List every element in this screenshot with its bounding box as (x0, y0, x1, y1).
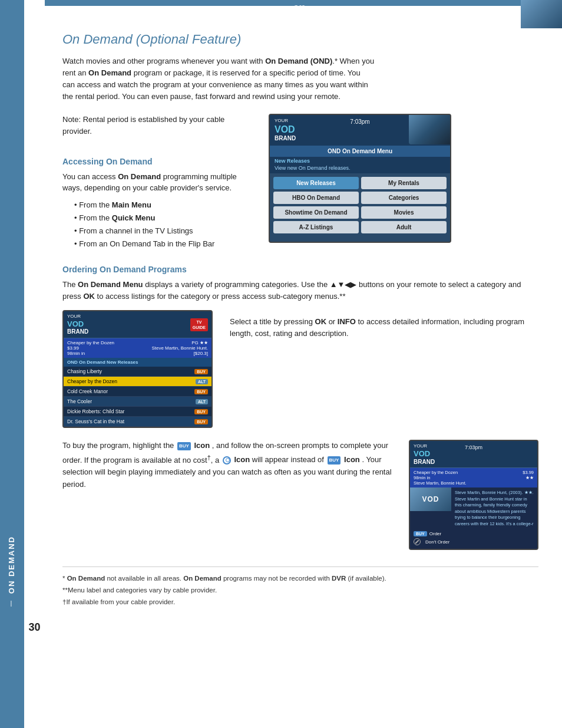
vod-brand-word: BRAND (275, 135, 296, 142)
vod2-listing-drseuss: Dr. Seuss's Cat in the Hat BUY (64, 417, 211, 427)
buy-order-paragraph: To buy the program, highlight the BUY Ic… (62, 440, 395, 491)
vod2-big: VOD (67, 319, 84, 328)
access-item-bold-1: Main Menu (112, 200, 151, 209)
vod-screenshot-2: YOUR VOD BRAND 7:03pm TVGUIDE Cheaper by… (62, 310, 213, 428)
vod2-price2: [$20.3] (151, 351, 208, 356)
page-number-area: 30 (22, 0, 45, 728)
vod3-thumb-row: VOD Steve Martin, Bonnie Hunt, (2003). ★… (410, 487, 537, 529)
sidebar-divider: | (11, 599, 12, 607)
access-bold: On Demand (118, 172, 161, 181)
vod2-listing-cooler: The Cooler ALT (64, 397, 211, 407)
ordering-t1: The (62, 280, 78, 289)
vod2-tv-guide: TVGUIDE (190, 318, 208, 331)
vod2-item-badge-6: BUY (194, 419, 208, 424)
vod-btn-adult[interactable]: Adult (361, 221, 447, 233)
vod3-info-left: Cheaper by the Dozen 98min in Steve Mart… (414, 470, 467, 486)
access-t1: You can access (62, 172, 118, 181)
accessing-left: Note: Rental period is established by yo… (62, 114, 251, 251)
accessing-text: You can access On Demand programming mul… (62, 171, 251, 194)
vod2-header: YOUR VOD BRAND 7:03pm TVGUIDE (64, 311, 211, 338)
vod2-listing-cold: Cold Creek Manor BUY (64, 387, 211, 397)
access-list: From the Main Menu From the Quick Menu F… (62, 199, 251, 251)
vod-btn-categories[interactable]: Categories (361, 192, 447, 204)
footnote-line-1: * On Demand not available in all areas. … (62, 573, 538, 585)
vod2-movie-title: Cheaper by the Dozen (67, 340, 114, 345)
vod-btn-my-rentals[interactable]: My Rentals (361, 177, 447, 189)
ordering-row: YOUR VOD BRAND 7:03pm TVGUIDE Cheaper by… (62, 310, 538, 428)
select-text-2: or (326, 317, 338, 326)
buy-order-text: To buy the program, highlight the BUY Ic… (62, 440, 395, 491)
ordering-text: The On Demand Menu displays a variety of… (62, 279, 538, 302)
vod3-cast: Steve Martin, Bonnie Hunt. (414, 480, 467, 486)
vod2-info-bar: Cheaper by the Dozen $3.99 98min in PG ★… (64, 338, 211, 358)
vod2-info-title: Cheaper by the Dozen $3.99 98min in (67, 340, 114, 356)
buy-icon-inline-2: BUY (328, 456, 341, 465)
vod3-your: YOUR (414, 443, 435, 449)
vod-menu-desc: View new On Demand releases. (270, 165, 450, 173)
page-title: On Demand (Optional Feature) (62, 32, 538, 47)
sidebar-label: ON DEMAND (7, 536, 16, 594)
vod2-category-bar: OND On Demand New Releases (64, 358, 211, 367)
vod2-item-name-2: Cheaper by the Dozen (67, 378, 117, 384)
vod-listings-screenshot: YOUR VOD BRAND 7:03pm TVGUIDE Cheaper by… (62, 310, 216, 428)
vod-btn-az[interactable]: A-Z Listings (273, 221, 359, 233)
vod2-item-name-3: Cold Creek Manor (67, 388, 108, 394)
vod-big: VOD (275, 124, 295, 134)
main-content: On Demand (Optional Feature) Watch movie… (45, 0, 562, 728)
vod2-brand: YOUR VOD BRAND (67, 314, 88, 335)
vod-btn-showtime[interactable]: Showtime On Demand (273, 206, 359, 219)
vod3-info-bar: Cheaper by the Dozen 98min in Steve Mart… (410, 468, 537, 487)
buy-t1: To buy the program, highlight the (62, 441, 176, 450)
vod2-item-badge-5: BUY (194, 409, 208, 414)
vod-time-1: 7:03pm (350, 118, 369, 125)
access-item-text-2: From the (79, 213, 112, 222)
intro-bold-1: On Demand (OND) (265, 57, 332, 65)
vod3-thumbnail: VOD (410, 487, 451, 511)
vod2-info-right: PG ★★ Steve Martin, Bonnie Hunt. [$20.3] (151, 340, 208, 356)
vod3-rating: ★★ (523, 475, 534, 480)
access-item-bold-2: Quick Menu (112, 213, 156, 222)
buy-order-row: To buy the program, highlight the BUY Ic… (62, 440, 538, 550)
select-bold-2: INFO (338, 317, 356, 326)
vod3-header: YOUR VOD BRAND 7:03pm (410, 441, 537, 468)
vod2-your: YOUR (67, 314, 88, 319)
vod2-item-name-5: Dickie Roberts: Child Star (67, 409, 124, 414)
vod2-item-badge-2: ALT (196, 379, 208, 384)
vod-btn-hbo[interactable]: HBO On Demand (273, 192, 359, 204)
access-list-item-4: From an On Demand Tab in the Flip Bar (74, 238, 251, 251)
ordering-section: Ordering On Demand Programs The On Deman… (62, 265, 538, 428)
vod3-price: $3.99 (523, 470, 534, 475)
vod3-desc: Steve Martin, Bonnie Hunt, (2003). ★★. S… (451, 487, 537, 529)
fn-t2: programs may not be recorded with (222, 575, 332, 582)
intro-paragraph: Watch movies and other programs whenever… (62, 55, 375, 103)
ordering-heading: Ordering On Demand Programs (62, 265, 538, 274)
intro-text-1: Watch movies and other programs whenever… (62, 57, 265, 65)
vod2-movie-duration: 98min in (67, 351, 114, 356)
vod-buttons-grid: New Releases My Rentals HBO On Demand Ca… (270, 173, 450, 237)
buy-bold-icon3: Icon (344, 456, 360, 465)
fn-bold-1: On Demand (67, 575, 105, 582)
vod-your: YOUR (275, 118, 296, 124)
vod-header-1: YOUR VOD BRAND 7:03pm TVGUIDE (270, 115, 450, 146)
access-list-item-3: From a channel in the TV Listings (74, 225, 251, 238)
vod3-brand-word: BRAND (414, 459, 435, 466)
footnote-line-3: †If available from your cable provider. (62, 597, 538, 608)
vod2-item-name-4: The Cooler (67, 398, 92, 404)
buy-bold-icon: Icon (194, 441, 210, 450)
vod3-order-btn[interactable]: BUY Order (414, 531, 534, 536)
vod3-big: VOD (414, 449, 430, 458)
vod3-dont-order-btn[interactable]: Don't Order (414, 538, 534, 545)
vod2-listing-chasing: Chasing Liberty BUY (64, 367, 211, 377)
vod-btn-new-releases[interactable]: New Releases (273, 177, 359, 189)
vod2-item-badge-1: BUY (194, 369, 208, 374)
vod3-action-row: BUY Order Don't Order (410, 529, 537, 549)
vod3-duration: 98min in (414, 475, 467, 480)
vod3-dont-order-label: Don't Order (425, 539, 449, 545)
vod2-item-badge-3: BUY (194, 389, 208, 394)
buy-bold-icon2: Icon (234, 456, 250, 465)
vod-btn-movies[interactable]: Movies (361, 206, 447, 219)
footnote-line-2: **Menu label and categories vary by cabl… (62, 585, 538, 597)
footnotes: * On Demand not available in all areas. … (62, 566, 538, 608)
fn-t1: not available in all areas. (105, 575, 183, 582)
vod-screenshot-1: YOUR VOD BRAND 7:03pm TVGUIDE OND On Dem… (269, 114, 451, 243)
